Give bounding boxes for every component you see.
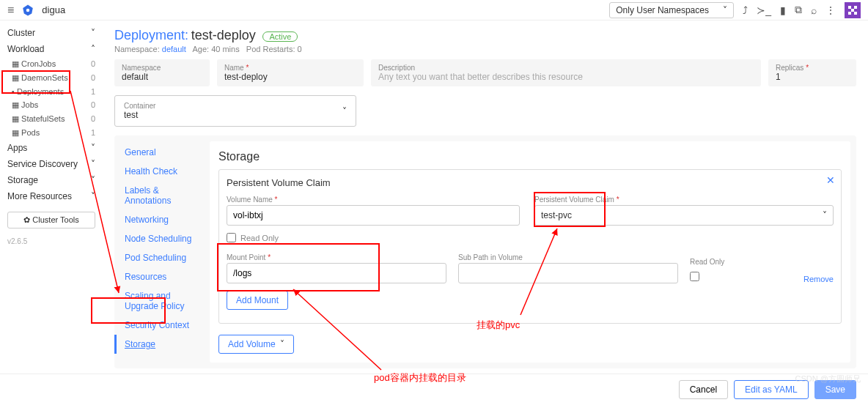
pvc-select[interactable]: test-pvc ˅ [534, 205, 834, 226]
svg-rect-4 [851, 9, 854, 12]
tab-labels[interactable]: Labels & Annotations [114, 181, 210, 210]
remove-mount-link[interactable]: Remove [803, 275, 834, 283]
add-volume-button[interactable]: Add Volume ˅ [218, 335, 294, 354]
version-label: v2.6.5 [0, 236, 103, 247]
sidebar-group-workload[interactable]: Workload˄ [0, 41, 103, 57]
namespace-field[interactable]: Namespace default [114, 59, 210, 86]
description-field[interactable]: Description Any text you want that bette… [371, 59, 761, 86]
kubernetes-logo-icon [21, 4, 34, 17]
tab-storage[interactable]: Storage [114, 335, 210, 354]
meta-row: Namespace: default Age: 40 mins Pod Rest… [114, 45, 856, 53]
sidebar-item-jobs[interactable]: ▦ Jobs0 [0, 98, 103, 112]
annotation-text-pvc: 挂载的pvc [477, 319, 520, 332]
cluster-tools-button[interactable]: ✿ Cluster Tools [7, 212, 95, 228]
status-badge: Active [262, 31, 298, 42]
terminal-icon[interactable]: ≻_ [757, 4, 771, 16]
namespace-link[interactable]: default [162, 45, 186, 53]
config-body: Storage Persistent Volume Claim ✕ Volume… [210, 141, 850, 363]
container-select[interactable]: Container test ˅ [114, 95, 356, 127]
tab-general[interactable]: General [114, 143, 210, 162]
kebab-icon[interactable]: ⋮ [825, 4, 836, 16]
name-field: Name * test-deploy [217, 59, 364, 86]
svg-rect-2 [848, 6, 851, 9]
top-fields: Namespace default Name * test-deploy Des… [114, 59, 856, 86]
sidebar-item-statefulsets[interactable]: ▦ StatefulSets0 [0, 112, 103, 126]
tab-networking[interactable]: Networking [114, 210, 210, 229]
svg-point-1 [26, 8, 30, 12]
sidebar-item-cronjobs[interactable]: ▦ CronJobs0 [0, 57, 103, 71]
avatar[interactable] [845, 2, 861, 18]
sidebar-item-daemonsets[interactable]: ▦ DaemonSets0 [0, 71, 103, 85]
resource-name: test-deploy [191, 28, 256, 42]
tab-node-scheduling[interactable]: Node Scheduling [114, 229, 210, 248]
add-mount-button[interactable]: Add Mount [227, 291, 288, 310]
svg-rect-5 [848, 12, 851, 15]
volume-readonly-label: Read Only [240, 234, 279, 242]
hamburger-icon[interactable]: ≡ [7, 4, 14, 17]
sidebar: Cluster˅ Workload˄ ▦ CronJobs0 ▦ DaemonS… [0, 21, 103, 405]
page-header: Deployment: test-deploy Active Namespace… [114, 28, 856, 53]
chevron-down-icon: ˅ [280, 339, 284, 349]
sidebar-item-pods[interactable]: ▦ Pods1 [0, 126, 103, 140]
namespace-filter-select[interactable]: Only User Namespaces ˅ [609, 2, 734, 18]
tab-pod-scheduling[interactable]: Pod Scheduling [114, 248, 210, 267]
volume-readonly-checkbox[interactable] [227, 233, 236, 242]
annotation-text-mount: pod容器内挂载的目录 [374, 371, 466, 384]
chevron-down-icon: ˅ [342, 106, 347, 116]
cluster-name[interactable]: digua [42, 4, 65, 15]
svg-rect-3 [854, 6, 857, 9]
tab-resources[interactable]: Resources [114, 267, 210, 286]
chevron-down-icon: ˅ [723, 5, 727, 15]
close-icon[interactable]: ✕ [826, 174, 835, 186]
resource-type: Deployment: [114, 28, 188, 42]
pvc-title: Persistent Volume Claim [227, 177, 834, 188]
mount-readonly-checkbox[interactable] [690, 272, 699, 281]
sidebar-group-service-discovery[interactable]: Service Discovery˅ [0, 156, 103, 172]
replicas-field[interactable]: Replicas * 1 [768, 59, 856, 86]
watermark: CSDN @方圆师兄 [795, 374, 861, 384]
chevron-down-icon: ˅ [823, 210, 827, 220]
sidebar-group-apps[interactable]: Apps˅ [0, 140, 103, 156]
volume-name-input[interactable] [227, 205, 520, 226]
sidebar-group-cluster[interactable]: Cluster˅ [0, 25, 103, 41]
upload-icon[interactable]: ⤴ [743, 4, 748, 16]
mount-point-input[interactable] [227, 263, 446, 283]
section-title: Storage [218, 150, 842, 163]
copy-icon[interactable]: ⧉ [795, 4, 802, 16]
config-section: General Health Check Labels & Annotation… [114, 135, 856, 368]
svg-rect-6 [854, 12, 857, 15]
tab-scaling[interactable]: Scaling and Upgrade Policy [114, 286, 210, 316]
tab-health-check[interactable]: Health Check [114, 162, 210, 181]
search-icon[interactable]: ⌕ [811, 4, 817, 16]
config-tabs: General Health Check Labels & Annotation… [114, 135, 210, 368]
topbar: ≡ digua Only User Namespaces ˅ ⤴ ≻_ ▮ ⧉ … [0, 0, 868, 21]
sidebar-item-deployments[interactable]: ▪ Deployments1 [0, 85, 103, 98]
cancel-button[interactable]: Cancel [679, 380, 728, 399]
pvc-box: Persistent Volume Claim ✕ Volume Name * … [218, 169, 842, 324]
sidebar-group-storage[interactable]: Storage˅ [0, 172, 103, 188]
sidebar-group-more-resources[interactable]: More Resources˅ [0, 188, 103, 204]
subpath-input[interactable] [458, 263, 678, 283]
namespace-filter-value: Only User Namespaces [616, 5, 709, 15]
file-icon[interactable]: ▮ [780, 4, 786, 16]
content: Deployment: test-deploy Active Namespace… [103, 21, 868, 405]
tab-security-context[interactable]: Security Context [114, 316, 210, 335]
